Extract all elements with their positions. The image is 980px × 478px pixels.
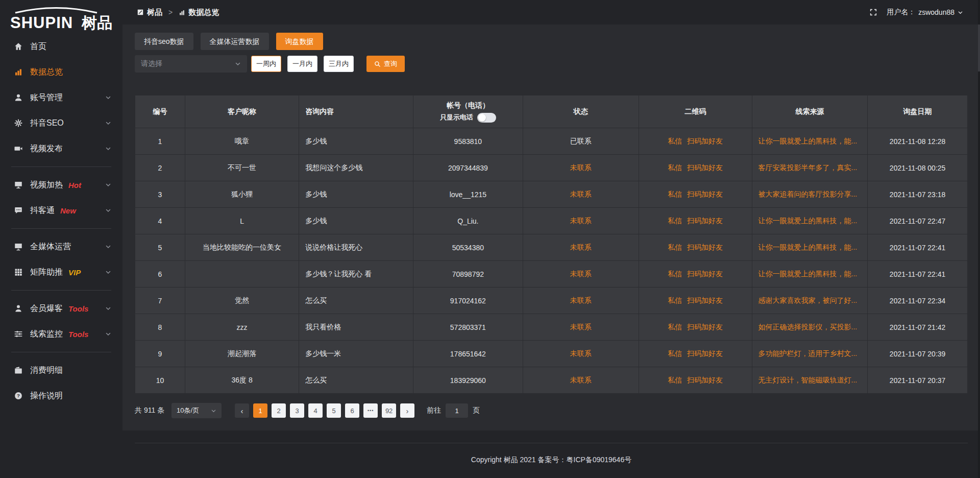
sidebar-item-label: 视频加热: [30, 180, 63, 190]
range-button[interactable]: 一月内: [287, 56, 317, 72]
col-header-account: 帐号（电话） 只显示电话: [413, 95, 523, 128]
wallet-icon: [13, 365, 23, 375]
cell-date: 2021-11-07 20:37: [868, 367, 968, 394]
cell-content: 多少钱？让我死心 看: [299, 261, 413, 288]
lead-source-link[interactable]: 感谢大家喜欢我家，被问了好...: [758, 296, 857, 304]
scan-add-friend-link[interactable]: 扫码加好友: [687, 163, 723, 172]
sidebar-item[interactable]: 视频加热 Hot: [0, 172, 122, 198]
sidebar-item[interactable]: 线索监控 Tools: [0, 321, 122, 347]
lead-source-link[interactable]: 如何正确选择投影仪，买投影...: [758, 323, 857, 331]
page-button[interactable]: 6: [345, 403, 359, 418]
scan-add-friend-link[interactable]: 扫码加好友: [687, 376, 723, 384]
scan-add-friend-link[interactable]: 扫码加好友: [687, 270, 723, 278]
scan-add-friend-link[interactable]: 扫码加好友: [687, 296, 723, 304]
cell-date: 2021-11-07 22:34: [868, 288, 968, 314]
scan-add-friend-link[interactable]: 扫码加好友: [687, 243, 723, 251]
sidebar-item[interactable]: 数据总览: [0, 59, 122, 85]
sidebar-item[interactable]: 会员爆客 Tools: [0, 296, 122, 321]
search-icon: [374, 61, 381, 67]
private-message-link[interactable]: 私信: [668, 190, 682, 198]
cell-account: 50534380: [413, 234, 523, 261]
scan-add-friend-link[interactable]: 扫码加好友: [687, 349, 723, 357]
user-dropdown[interactable]: 用户名：zswodun88: [887, 8, 963, 17]
cell-content: 多少钱: [299, 208, 413, 234]
camera-icon: [13, 144, 23, 154]
logo-arc-icon: [15, 8, 97, 13]
scan-add-friend-link[interactable]: 扫码加好友: [687, 190, 723, 198]
cell-account: love__1215: [413, 181, 523, 208]
lead-source-link[interactable]: 让你一眼就爱上的黑科技，能...: [758, 243, 857, 251]
col-header-content: 咨询内容: [299, 95, 413, 128]
private-message-link[interactable]: 私信: [668, 243, 682, 251]
chevron-down-icon: [235, 61, 241, 67]
private-message-link[interactable]: 私信: [668, 137, 682, 145]
page-button[interactable]: 2: [272, 403, 286, 418]
range-button[interactable]: 一周内: [251, 56, 281, 72]
lead-source-link[interactable]: 让你一眼就爱上的黑科技，能...: [758, 270, 857, 278]
scan-add-friend-link[interactable]: 扫码加好友: [687, 217, 723, 225]
phone-only-toggle[interactable]: [477, 113, 496, 123]
page-size-select[interactable]: 10条/页: [172, 403, 222, 418]
page-button[interactable]: 4: [308, 403, 323, 418]
search-button[interactable]: 查询: [366, 56, 405, 72]
fullscreen-icon[interactable]: [869, 8, 877, 16]
brand-logo: SHUPIN 树品: [0, 3, 122, 32]
data-tab[interactable]: 抖音seo数据: [135, 33, 193, 50]
goto-page-input[interactable]: [446, 403, 468, 418]
scrollbar[interactable]: [978, 0, 980, 478]
lead-source-link[interactable]: 无主灯设计，智能磁吸轨道灯...: [758, 376, 857, 384]
sidebar-item-label: 视频发布: [30, 144, 63, 154]
sidebar-item[interactable]: 消费明细: [0, 357, 122, 383]
chevron-down-icon: [105, 146, 111, 152]
cell-nickname: 觉然: [185, 288, 299, 314]
sidebar-item[interactable]: 视频发布: [0, 136, 122, 161]
sidebar-item[interactable]: ? 操作说明: [0, 383, 122, 409]
lead-source-link[interactable]: 多功能护栏灯，适用于乡村文...: [758, 349, 857, 357]
next-page-button[interactable]: ›: [400, 403, 414, 418]
lead-source-link[interactable]: 让你一眼就爱上的黑科技，能...: [758, 217, 857, 225]
private-message-link[interactable]: 私信: [668, 296, 682, 304]
chevron-down-icon: [105, 331, 111, 337]
cell-nickname: 狐小狸: [185, 181, 299, 208]
sidebar-item[interactable]: 账号管理: [0, 85, 122, 110]
username-value: zswodun88: [918, 8, 954, 16]
cell-date: 2021-11-07 22:41: [868, 234, 968, 261]
cell-date: 2021-11-07 23:18: [868, 181, 968, 208]
page-button[interactable]: 1: [253, 403, 267, 418]
filter-select[interactable]: 请选择: [135, 55, 247, 73]
prev-page-button[interactable]: ‹: [235, 403, 249, 418]
data-tabs: 抖音seo数据 全媒体运营数据 询盘数据: [135, 33, 968, 50]
range-buttons: 一周内 一月内 三月内: [251, 56, 354, 72]
lead-source-link[interactable]: 让你一眼就爱上的黑科技，能...: [758, 137, 857, 145]
sidebar-item[interactable]: 矩阵助推 VIP: [0, 259, 122, 285]
data-tab[interactable]: 询盘数据: [276, 33, 323, 50]
logo-text-cn: 树品: [81, 14, 112, 31]
private-message-link[interactable]: 私信: [668, 270, 682, 278]
data-tab[interactable]: 全媒体运营数据: [201, 33, 269, 50]
status-badge: 未联系: [570, 376, 592, 384]
menu-divider: [11, 352, 111, 352]
filter-row: 请选择 一周内 一月内 三月内 查询: [135, 55, 968, 73]
lead-source-link[interactable]: 被大家追着问的客厅投影分享...: [758, 190, 857, 198]
page-button[interactable]: 3: [290, 403, 304, 418]
sidebar-item[interactable]: 抖客通 New: [0, 198, 122, 223]
page-button[interactable]: 92: [382, 403, 396, 418]
private-message-link[interactable]: 私信: [668, 323, 682, 331]
sidebar-item-label: 操作说明: [30, 391, 63, 401]
private-message-link[interactable]: 私信: [668, 376, 682, 384]
toggle-knob: [478, 114, 486, 122]
sidebar-item[interactable]: 全媒体运营: [0, 234, 122, 259]
private-message-link[interactable]: 私信: [668, 349, 682, 357]
scan-add-friend-link[interactable]: 扫码加好友: [687, 137, 723, 145]
page-button[interactable]: •••: [363, 403, 378, 418]
page-button[interactable]: 5: [327, 403, 341, 418]
scan-add-friend-link[interactable]: 扫码加好友: [687, 323, 723, 331]
private-message-link[interactable]: 私信: [668, 217, 682, 225]
scrollbar-thumb[interactable]: [978, 25, 980, 71]
sidebar-item[interactable]: 抖音SEO: [0, 110, 122, 136]
private-message-link[interactable]: 私信: [668, 163, 682, 172]
lead-source-link[interactable]: 客厅安装投影半年多了，真实...: [758, 163, 857, 172]
sidebar-item[interactable]: 首页: [0, 34, 122, 59]
range-button[interactable]: 三月内: [324, 56, 354, 72]
breadcrumb-root[interactable]: 树品: [147, 8, 162, 17]
